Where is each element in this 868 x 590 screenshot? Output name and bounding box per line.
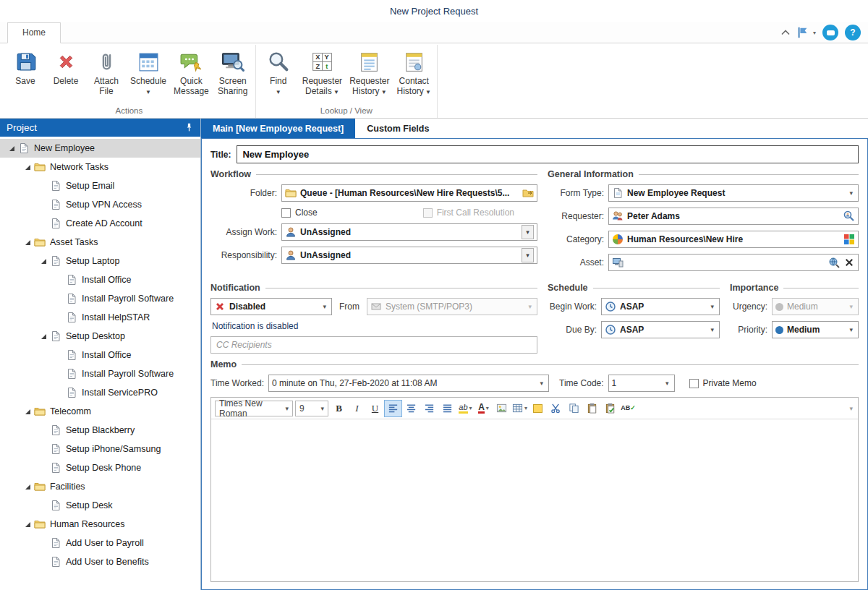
- ribbon-button-save[interactable]: Save: [5, 47, 46, 89]
- pin-icon[interactable]: [184, 123, 194, 132]
- tree-item-network-tasks[interactable]: Network Tasks: [0, 158, 200, 176]
- tree-expander-icon[interactable]: [39, 333, 48, 340]
- tree-item-telecomm[interactable]: Telecomm: [0, 402, 200, 421]
- insert-table-button[interactable]: ▾: [511, 401, 528, 416]
- ribbon-button-delete[interactable]: Delete: [46, 47, 86, 89]
- paste-special-button[interactable]: [602, 401, 618, 416]
- font-name-combo[interactable]: Times New Roman▾: [215, 401, 293, 416]
- due-by-combo[interactable]: ASAP ▾: [601, 321, 720, 338]
- feedback-flag-icon[interactable]: [796, 26, 809, 39]
- tree-item-setup-blackberry[interactable]: Setup Blackberry: [0, 421, 200, 440]
- browse-folder-icon[interactable]: [522, 187, 534, 199]
- memo-text-area[interactable]: [211, 419, 858, 581]
- toolbar-overflow-icon[interactable]: ▾: [849, 405, 854, 412]
- align-right-button[interactable]: [421, 401, 438, 416]
- tree-expander-icon[interactable]: [23, 239, 33, 246]
- dropdown-arrow-icon[interactable]: ▾: [663, 380, 671, 387]
- tab-main-request[interactable]: Main [New Employee Request]: [201, 119, 355, 138]
- ribbon-button-attach-file[interactable]: AttachFile: [86, 47, 127, 100]
- tree-item-add-user-to-payroll[interactable]: Add User to Payroll: [0, 534, 200, 552]
- tab-home[interactable]: Home: [7, 22, 61, 43]
- insert-image-button[interactable]: [493, 401, 510, 416]
- align-center-button[interactable]: [403, 401, 420, 416]
- category-field[interactable]: Human Resources\New Hire: [608, 231, 859, 248]
- requester-lookup-icon[interactable]: [843, 210, 855, 222]
- align-left-button[interactable]: [385, 401, 401, 416]
- dropdown-arrow-icon[interactable]: ▾: [320, 303, 328, 310]
- dropdown-arrow-icon[interactable]: ▾: [708, 303, 716, 310]
- ribbon-button-schedule[interactable]: Schedule▼: [127, 47, 170, 100]
- tree-item-human-resources[interactable]: Human Resources: [0, 515, 200, 534]
- close-checkbox[interactable]: [281, 208, 291, 218]
- font-color-button[interactable]: A▾: [475, 401, 492, 416]
- dropdown-arrow-icon[interactable]: ▾: [847, 326, 855, 333]
- cut-button[interactable]: [548, 401, 564, 416]
- font-size-combo[interactable]: 9▾: [295, 401, 328, 416]
- spell-check-button[interactable]: AB✓: [620, 401, 637, 416]
- bold-button[interactable]: B: [331, 401, 347, 416]
- tree-expander-icon[interactable]: [23, 484, 33, 490]
- tree-item-install-helpstar[interactable]: Install HelpSTAR: [0, 308, 200, 327]
- tree-item-new-employee[interactable]: New Employee: [0, 139, 200, 158]
- time-code-combo[interactable]: 1 ▾: [608, 375, 675, 392]
- tree-expander-icon[interactable]: [23, 521, 33, 528]
- private-memo-checkbox[interactable]: [689, 379, 699, 388]
- category-picker-icon[interactable]: [843, 234, 855, 245]
- ribbon-button-contact-history[interactable]: ContactHistory ▼: [393, 47, 435, 100]
- tree-item-setup-iphone-samsung[interactable]: Setup iPhone/Samsung: [0, 440, 200, 458]
- underline-button[interactable]: U: [367, 401, 383, 416]
- tree-item-install-payroll-software[interactable]: Install Payroll Software: [0, 364, 200, 383]
- tree-item-asset-tasks[interactable]: Asset Tasks: [0, 233, 200, 252]
- dropdown-arrow-icon[interactable]: ▾: [522, 225, 534, 239]
- title-input[interactable]: [237, 145, 859, 163]
- clear-asset-icon[interactable]: [843, 257, 855, 268]
- form-type-combo[interactable]: New Employee Request ▾: [608, 184, 859, 202]
- tree-item-install-servicepro[interactable]: Install ServicePRO: [0, 383, 200, 402]
- tree-item-setup-email[interactable]: Setup Email: [0, 176, 200, 195]
- flag-dropdown-icon[interactable]: ▾: [813, 30, 816, 36]
- assign-work-combo[interactable]: UnAssigned ▾: [281, 223, 537, 241]
- copy-button[interactable]: [566, 401, 582, 416]
- help-icon[interactable]: ?: [845, 25, 861, 40]
- ribbon-button-requester-history[interactable]: RequesterHistory ▼: [346, 47, 393, 100]
- insert-note-button[interactable]: [529, 401, 546, 416]
- priority-combo[interactable]: Medium ▾: [772, 321, 859, 338]
- tree-item-setup-vpn-access[interactable]: Setup VPN Access: [0, 195, 200, 214]
- tab-custom-fields[interactable]: Custom Fields: [355, 119, 441, 138]
- tree-item-install-payroll-software[interactable]: Install Payroll Software: [0, 289, 200, 308]
- begin-work-combo[interactable]: ASAP ▾: [601, 298, 720, 315]
- tree-item-setup-laptop[interactable]: Setup Laptop: [0, 252, 200, 270]
- tree-expander-icon[interactable]: [39, 258, 48, 265]
- ribbon-button-requester-details[interactable]: XYZtRequesterDetails ▼: [299, 47, 346, 100]
- requester-field[interactable]: Peter Adams: [608, 208, 859, 225]
- tree-item-facilities[interactable]: Facilities: [0, 477, 200, 496]
- italic-button[interactable]: I: [349, 401, 365, 416]
- tree-expander-icon[interactable]: [23, 164, 33, 171]
- ribbon-button-find[interactable]: Find▼: [258, 47, 299, 100]
- tree-item-setup-desk-phone[interactable]: Setup Desk Phone: [0, 458, 200, 477]
- time-worked-combo[interactable]: 0 minute on Thu, 27-Feb-2020 at 11:08 AM…: [268, 375, 549, 392]
- dropdown-arrow-icon[interactable]: ▾: [537, 380, 545, 387]
- asset-search-icon[interactable]: [828, 257, 840, 268]
- folder-field[interactable]: Queue - [Human Resources\New Hire Reques…: [281, 184, 537, 202]
- cc-recipients-input[interactable]: [210, 336, 537, 354]
- live-chat-icon[interactable]: [822, 25, 838, 40]
- tree-item-add-user-to-benefits[interactable]: Add User to Benefits: [0, 552, 200, 571]
- tree-expander-icon[interactable]: [23, 409, 33, 415]
- tree-item-setup-desktop[interactable]: Setup Desktop: [0, 327, 200, 346]
- collapse-ribbon-icon[interactable]: [781, 27, 790, 38]
- asset-field[interactable]: [608, 254, 859, 271]
- dropdown-arrow-icon[interactable]: ▾: [708, 326, 716, 333]
- tree-item-install-office[interactable]: Install Office: [0, 346, 200, 364]
- align-justify-button[interactable]: [439, 401, 456, 416]
- dropdown-arrow-icon[interactable]: ▾: [522, 248, 534, 262]
- tree-item-setup-desk[interactable]: Setup Desk: [0, 496, 200, 515]
- paste-button[interactable]: [584, 401, 600, 416]
- ribbon-button-quick-message[interactable]: QuickMessage: [170, 47, 213, 100]
- tree-expander-icon[interactable]: [7, 145, 17, 152]
- tree-item-create-ad-account[interactable]: Create AD Account: [0, 214, 200, 233]
- notification-status-combo[interactable]: Disabled ▾: [210, 298, 332, 315]
- highlight-button[interactable]: ab▾: [457, 401, 474, 416]
- dropdown-arrow-icon[interactable]: ▾: [847, 189, 855, 197]
- ribbon-button-screen-sharing[interactable]: ScreenSharing: [213, 47, 253, 100]
